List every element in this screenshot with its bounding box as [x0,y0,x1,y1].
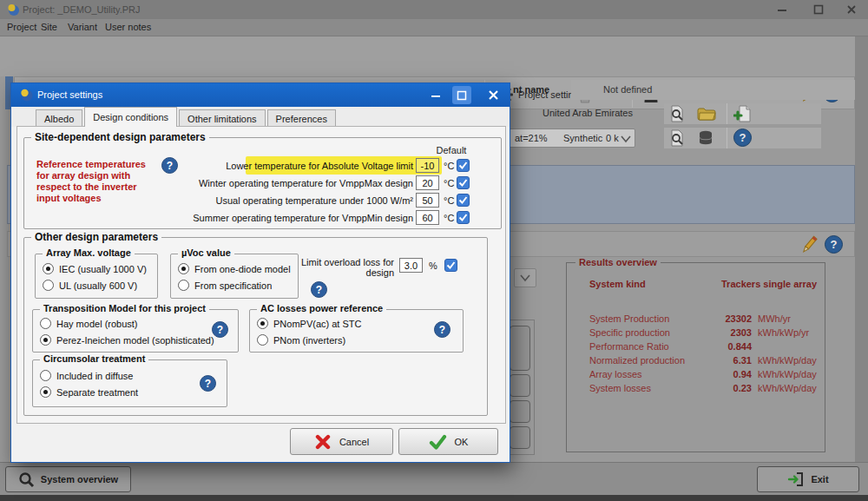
temp-input[interactable]: 50 [416,193,439,208]
result-value: 0.94 [700,369,752,379]
tab-preferences[interactable]: Preferences [267,109,336,127]
result-unit: MWh/yr [758,313,791,324]
dialog-title: Project settings [37,89,102,100]
dialog-minimize-button[interactable] [426,86,445,104]
default-column-header: Default [432,145,470,155]
radio-separate-treatment[interactable]: Separate treatment [40,386,138,398]
radio-ul[interactable]: UL (usually 600 V) [43,280,147,291]
tab-other-limitations[interactable]: Other limitations [179,109,265,127]
variant-tool-button[interactable] [510,400,530,423]
temp-row-label: Lower temperature for Absolute Voltage l… [42,161,413,171]
ac-losses-title: AC losses power reference [257,303,386,313]
meteo-part1: at=21% [515,133,548,143]
other-parameters-title: Other design parameters [31,231,161,243]
result-unit: kWh/kWp/day [758,383,817,393]
maximize-button[interactable] [807,0,830,19]
result-value: 6.31 [700,355,752,366]
radio-perez-model[interactable]: Perez-Ineichen model (sophisticated) [40,334,214,346]
default-checkbox[interactable] [457,211,470,224]
tab-albedo[interactable]: Albedo [36,109,82,127]
result-value: 0.23 [700,383,752,393]
menu-site[interactable]: Site [41,22,57,32]
dialog-close-button[interactable] [483,86,503,104]
new-site-icon[interactable] [733,104,753,123]
result-value: 2303 [700,327,752,338]
cancel-button[interactable]: Cancel [290,428,393,455]
variant-tool-button[interactable] [510,326,530,371]
radio-icon [40,334,51,346]
default-checkbox[interactable] [457,176,470,189]
radio-icon [40,386,51,398]
ok-label: OK [455,437,469,447]
svg-text:?: ? [831,238,838,251]
temp-input[interactable]: 60 [416,210,439,225]
overload-input[interactable]: 3.0 [399,258,423,273]
svg-text:?: ? [740,131,746,144]
strip-separator-2 [727,128,727,148]
variant-tool-button[interactable] [510,426,530,449]
variant-help-icon[interactable]: ? [825,235,843,254]
uvoc-help-icon[interactable]: ? [311,281,327,298]
overload-checkbox[interactable] [444,259,457,272]
ac-losses-help-icon[interactable]: ? [434,321,450,338]
radio-pnom-inverters[interactable]: PNom (inverters) [257,334,361,346]
radio-pnompv[interactable]: PNomPV(ac) at STC [257,318,361,329]
default-checkbox[interactable] [457,194,470,207]
result-label: Normalized production [589,355,685,366]
app-icon [7,3,19,16]
menu-project[interactable]: Project [7,22,36,32]
ac-losses-group: AC losses power reference PNomPV(ac) at … [249,309,464,353]
result-unit: kWh/kWp/yr [758,327,809,338]
radio-icon [257,334,268,346]
open-site-folder-icon[interactable] [696,105,717,122]
menu-user-notes[interactable]: User notes [105,22,151,32]
view-site-icon[interactable] [668,105,686,122]
client-name-value: Not defined [603,84,652,95]
temp-row-label: Winter operating temperature for VmppMax… [42,178,413,188]
svg-text:?: ? [205,378,211,390]
array-voltage-group: Array Max. voltage IEC (usually 1000 V) … [35,254,158,299]
system-overview-label: System overview [41,474,118,485]
svg-text:?: ? [316,284,322,296]
close-button[interactable] [840,0,863,19]
meteo-help-icon[interactable]: ? [733,129,752,147]
dialog-maximize-button[interactable] [452,86,471,104]
radio-icon [43,280,54,291]
edit-pencil-icon[interactable] [799,234,819,256]
collapsed-dropdown[interactable] [514,268,536,287]
radio-included-diffuse[interactable]: Included in diffuse [40,370,138,381]
circumsolar-help-icon[interactable]: ? [200,375,216,392]
system-kind-label: System kind [589,279,646,289]
view-meteo-icon[interactable] [668,129,686,147]
overload-label: Limit overload loss for design [241,257,394,278]
system-overview-button[interactable]: System overview [5,466,131,492]
main-toolbar: Project New Load Save [0,36,868,76]
right-edge [855,36,868,462]
transposition-help-icon[interactable]: ? [212,321,228,338]
temp-input[interactable]: 20 [416,175,439,190]
radio-iec[interactable]: IEC (usually 1000 V) [43,263,147,274]
result-label: System Production [589,313,669,324]
variant-tool-button[interactable] [510,374,530,397]
exit-button[interactable]: Exit [757,466,859,492]
overload-unit: % [429,260,437,271]
svg-text:?: ? [217,324,223,336]
temp-input[interactable]: -10 [416,158,439,173]
tab-design-conditions[interactable]: Design conditions [84,107,177,127]
uvoc-title: µVoc value [178,247,234,258]
default-checkbox[interactable] [457,159,470,172]
menu-variant[interactable]: Variant [68,22,97,32]
database-icon[interactable] [697,129,714,147]
chevron-down-icon [518,272,532,284]
temp-row-label: Summer operating temperature for VmppMin… [42,213,413,223]
transposition-group: Transposition Model for this project Hay… [32,309,239,353]
radio-icon [178,263,189,274]
ok-button[interactable]: OK [398,428,498,455]
strip-separator [727,103,727,124]
minimize-button[interactable] [771,0,793,19]
result-unit: kWh/kWp/day [758,355,817,366]
magnifier-icon [18,471,35,488]
array-voltage-title: Array Max. voltage [43,247,135,258]
radio-hay-model[interactable]: Hay model (robust) [40,318,214,329]
radio-specification[interactable]: From specification [178,280,291,291]
